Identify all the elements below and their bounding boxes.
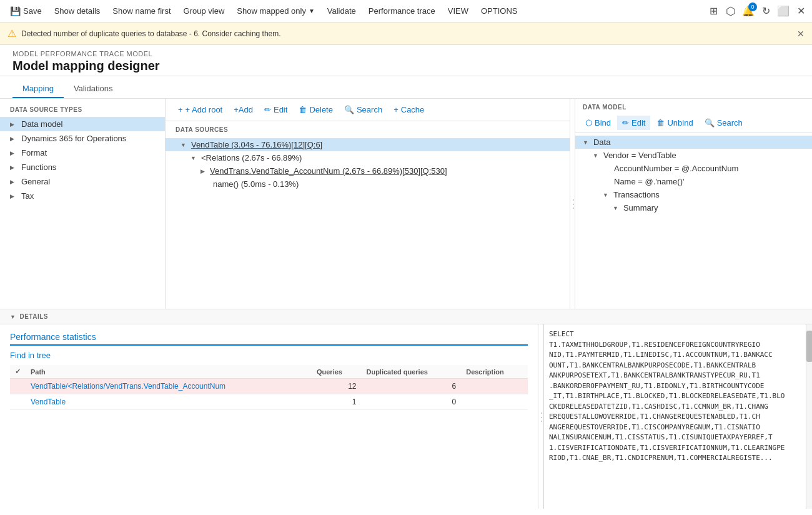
dst-label-data-model: Data model	[21, 119, 155, 129]
close-icon[interactable]: ✕	[795, 5, 807, 18]
group-view-button[interactable]: Group view	[179, 4, 230, 18]
row1-queries: 12	[312, 379, 362, 394]
page-header: MODEL PERFORMANCE TRACE MODEL Model mapp…	[0, 45, 812, 76]
dm-accountnumber-label: AccountNumber = @.AccountNum	[614, 164, 738, 173]
performance-stats-panel: Performance statistics Find in tree ✓ Pa…	[0, 324, 538, 509]
chevron-general	[10, 178, 17, 185]
drag-handle-center[interactable]: ⋮	[570, 99, 575, 309]
data-model-panel: DATA MODEL ⬡ Bind ✏ Edit 🗑 Unbind 🔍 Sear…	[575, 99, 812, 309]
edit-button[interactable]: ✏ ✏ Edit Edit	[259, 102, 292, 117]
row1-description	[461, 379, 528, 394]
dm-summary-label: Summary	[623, 203, 658, 212]
title-bar: 💾 Save Show details Show name first Grou…	[0, 0, 812, 22]
cache-button[interactable]: + Cache	[389, 102, 429, 117]
data-sources-toolbar: + + Add root + Add ✏ ✏ Edit Edit 🗑 Delet…	[166, 99, 570, 121]
chevron-data	[583, 139, 588, 146]
maximize-icon[interactable]: ⬜	[777, 5, 790, 18]
dst-label-dynamics365: Dynamics 365 for Operations	[21, 134, 155, 143]
add-root-button[interactable]: + + Add root	[173, 102, 227, 117]
bind-button[interactable]: ⬡ Bind	[580, 116, 616, 130]
row1-path[interactable]: VendTable/<Relations/VendTrans.VendTable…	[26, 379, 312, 394]
th-path: Path	[26, 365, 312, 379]
chevron-functions	[10, 164, 17, 171]
office-icon[interactable]: ⬡	[725, 5, 737, 18]
dm-item-data[interactable]: Data	[575, 136, 812, 149]
dst-label-format: Format	[21, 148, 155, 158]
search-button[interactable]: 🔍 Search	[339, 102, 387, 117]
table-row: VendTable 1 0	[10, 394, 528, 410]
notification-icon[interactable]: 🔔 0	[742, 5, 755, 18]
sql-scrollbar[interactable]	[806, 324, 812, 509]
dst-item-general[interactable]: General	[0, 174, 165, 189]
dst-item-format[interactable]: Format	[0, 146, 165, 160]
chevron-format	[10, 149, 17, 156]
performance-trace-button[interactable]: Performance trace	[364, 4, 440, 18]
th-description: Description	[461, 365, 528, 379]
row1-duplicated: 6	[361, 379, 461, 394]
dst-item-dynamics365[interactable]: Dynamics 365 for Operations	[0, 131, 165, 146]
chevron-summary	[613, 205, 618, 211]
cache-icon: +	[394, 105, 399, 114]
dm-edit-button[interactable]: ✏ Edit	[617, 116, 650, 130]
warning-close-button[interactable]: ✕	[797, 29, 805, 39]
data-source-types-label: DATA SOURCE TYPES	[0, 106, 165, 117]
dm-search-icon: 🔍	[705, 118, 715, 128]
show-name-first-button[interactable]: Show name first	[107, 4, 176, 18]
validate-button[interactable]: Validate	[322, 4, 361, 18]
edit-icon: ✏	[264, 105, 271, 114]
data-sources-panel: + + Add root + Add ✏ ✏ Edit Edit 🗑 Delet…	[166, 99, 570, 309]
dm-item-summary[interactable]: Summary	[575, 201, 812, 214]
dst-item-tax[interactable]: Tax	[0, 189, 165, 203]
show-mapped-only-button[interactable]: Show mapped only ▼	[232, 4, 319, 18]
performance-stats-tab[interactable]: Performance statistics	[10, 329, 528, 346]
data-model-tree: Data Vendor = VendTable AccountNumber = …	[575, 133, 812, 309]
show-details-button[interactable]: Show details	[49, 4, 106, 18]
drag-handle-bottom[interactable]: ⋮	[538, 324, 543, 509]
search-icon: 🔍	[344, 105, 354, 114]
ds-item-vendtrans[interactable]: VendTrans.VendTable_AccountNum (2.67s - …	[166, 164, 570, 178]
tab-mapping[interactable]: Mapping	[12, 79, 64, 98]
add-button[interactable]: + Add	[229, 102, 258, 117]
options-button[interactable]: OPTIONS	[476, 4, 523, 18]
find-in-tree-link[interactable]: Find in tree	[10, 351, 528, 360]
perf-table-container: ✓ Path Queries Duplicated queries Descri…	[10, 365, 528, 410]
warning-message: Detected number of duplicate queries to …	[21, 29, 281, 38]
dst-item-functions[interactable]: Functions	[0, 160, 165, 174]
page-subtitle: MODEL PERFORMANCE TRACE MODEL	[12, 50, 800, 58]
chevron-relations	[191, 155, 196, 161]
view-button[interactable]: VIEW	[443, 4, 473, 18]
apps-icon[interactable]: ⊞	[707, 5, 720, 18]
dst-label-tax: Tax	[21, 191, 155, 201]
performance-table: ✓ Path Queries Duplicated queries Descri…	[10, 365, 528, 410]
dst-label-general: General	[21, 177, 155, 186]
dm-item-vendor[interactable]: Vendor = VendTable	[575, 149, 812, 162]
dm-item-accountnumber[interactable]: AccountNumber = @.AccountNum	[575, 162, 812, 175]
dm-search-button[interactable]: 🔍 Search	[700, 116, 748, 130]
details-label: DETAILS	[19, 313, 48, 320]
refresh-icon[interactable]: ↻	[760, 5, 772, 18]
save-icon: 💾	[10, 6, 21, 16]
dm-vendor-label: Vendor = VendTable	[603, 151, 676, 160]
tabs-bar: Mapping Validations	[0, 79, 812, 99]
sql-panel: SELECT T1.TAXWITHHOLDGROUP,T1.RESIDENCEF…	[543, 324, 812, 509]
add-icon: +	[234, 105, 239, 114]
th-queries: Queries	[312, 365, 362, 379]
chevron-dynamics365	[10, 135, 17, 142]
ds-item-relations[interactable]: <Relations (2.67s - 66.89%)	[166, 151, 570, 164]
tab-validations[interactable]: Validations	[64, 79, 123, 98]
details-header: ▼ DETAILS	[0, 309, 812, 324]
dm-item-transactions[interactable]: Transactions	[575, 188, 812, 201]
dm-item-name[interactable]: Name = @.'name()'	[575, 175, 812, 188]
delete-button[interactable]: 🗑 Delete	[294, 102, 338, 117]
row2-path[interactable]: VendTable	[26, 394, 312, 410]
data-source-types-panel: DATA SOURCE TYPES Data model Dynamics 36…	[0, 99, 166, 309]
sql-scrollbar-thumb	[806, 331, 812, 362]
ds-item-name[interactable]: name() (5.0ms - 0.13%)	[166, 178, 570, 191]
ds-item-vendtable[interactable]: VendTable (3.04s - 76.16%)[12][Q:6]	[166, 138, 570, 151]
unbind-button[interactable]: 🗑 Unbind	[651, 116, 698, 130]
delete-icon: 🗑	[299, 105, 307, 114]
dm-transactions-label: Transactions	[613, 190, 660, 199]
th-check: ✓	[10, 365, 26, 379]
save-button[interactable]: 💾 Save	[5, 4, 47, 19]
dst-item-data-model[interactable]: Data model	[0, 117, 165, 131]
